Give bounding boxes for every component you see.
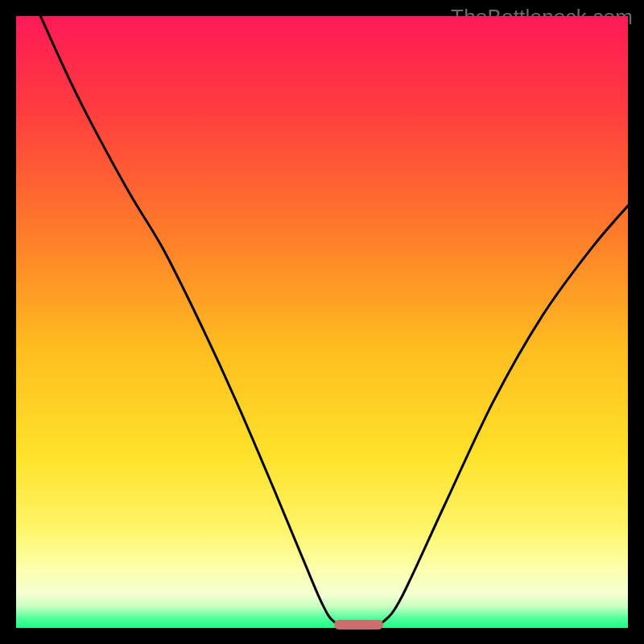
chart-frame: TheBottleneck.com [0, 0, 644, 644]
plot-area [16, 16, 628, 628]
bottleneck-curve [16, 16, 628, 628]
optimal-marker [334, 620, 383, 630]
